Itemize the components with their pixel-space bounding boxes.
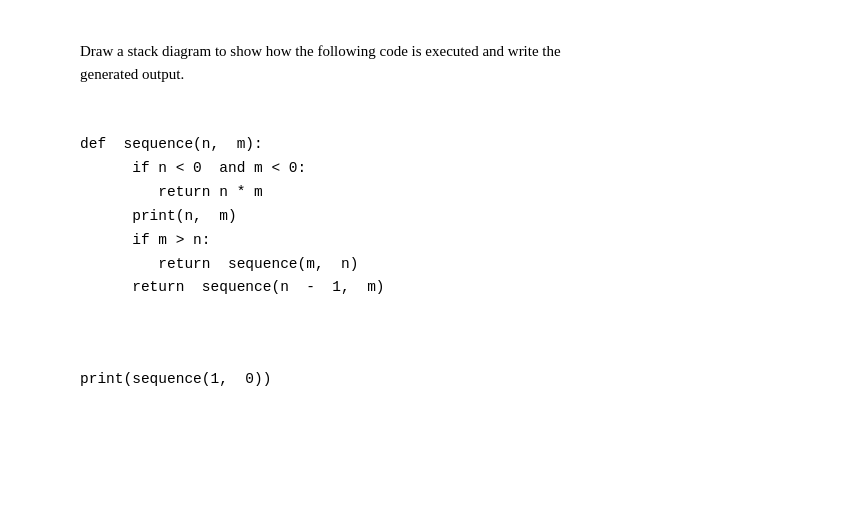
- question-line2: generated output.: [80, 66, 184, 82]
- code-block-2: print(sequence(1, 0)): [80, 344, 784, 416]
- code-line-1: def sequence(n, m):: [80, 136, 263, 152]
- code-line-4: print(n, m): [80, 208, 237, 224]
- question-text: Draw a stack diagram to show how the fol…: [80, 40, 784, 85]
- question-line1: Draw a stack diagram to show how the fol…: [80, 43, 561, 59]
- code-line-8: print(sequence(1, 0)): [80, 371, 271, 387]
- code-line-2: if n < 0 and m < 0:: [80, 160, 306, 176]
- code-line-6: return sequence(m, n): [80, 256, 358, 272]
- code-line-5: if m > n:: [80, 232, 211, 248]
- page-container: Draw a stack diagram to show how the fol…: [0, 0, 864, 515]
- code-block-1: def sequence(n, m): if n < 0 and m < 0: …: [80, 109, 784, 324]
- code-line-3: return n * m: [80, 184, 263, 200]
- code-line-7: return sequence(n - 1, m): [80, 279, 385, 295]
